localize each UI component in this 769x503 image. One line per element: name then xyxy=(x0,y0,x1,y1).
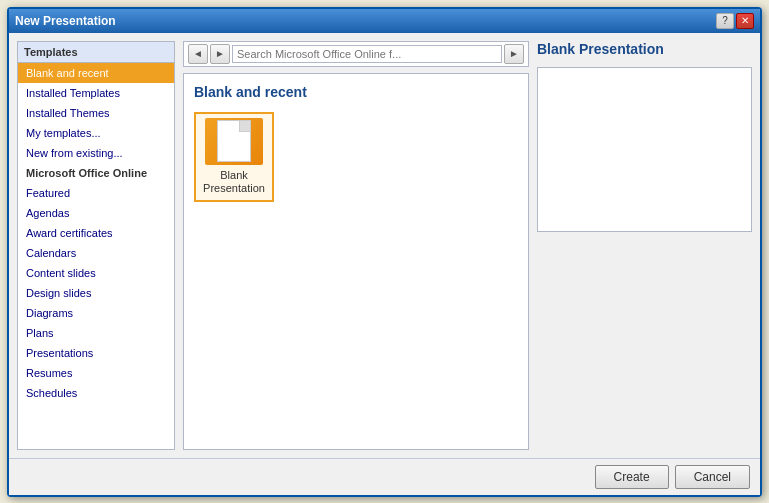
template-icon xyxy=(205,118,263,166)
sidebar-item-presentations[interactable]: Presentations xyxy=(18,343,174,363)
sidebar-item-content-slides[interactable]: Content slides xyxy=(18,263,174,283)
help-button[interactable]: ? xyxy=(716,13,734,29)
middle-panel: ◄ ► ► Blank and recent Blank Presentatio… xyxy=(183,41,529,450)
blank-presentation-item[interactable]: Blank Presentation xyxy=(194,112,274,202)
nav-list: Blank and recentInstalled TemplatesInsta… xyxy=(18,63,174,449)
sidebar-item-microsoft-office-online[interactable]: Microsoft Office Online xyxy=(18,163,174,183)
dialog-footer: Create Cancel xyxy=(9,458,760,495)
sidebar-item-resumes[interactable]: Resumes xyxy=(18,363,174,383)
template-label: Blank Presentation xyxy=(200,169,268,195)
preview-title: Blank Presentation xyxy=(537,41,752,57)
sidebar-item-featured[interactable]: Featured xyxy=(18,183,174,203)
sidebar-item-design-slides[interactable]: Design slides xyxy=(18,283,174,303)
sidebar-item-my-templates[interactable]: My templates... xyxy=(18,123,174,143)
sidebar-item-blank-recent[interactable]: Blank and recent xyxy=(18,63,174,83)
new-presentation-dialog: New Presentation ? ✕ Templates Blank and… xyxy=(7,7,762,497)
close-button[interactable]: ✕ xyxy=(736,13,754,29)
right-panel: Blank Presentation xyxy=(537,41,752,450)
create-button[interactable]: Create xyxy=(595,465,669,489)
sidebar-item-installed-themes[interactable]: Installed Themes xyxy=(18,103,174,123)
search-input[interactable] xyxy=(232,45,502,63)
search-go-button[interactable]: ► xyxy=(504,44,524,64)
cancel-button[interactable]: Cancel xyxy=(675,465,750,489)
sidebar-item-agendas[interactable]: Agendas xyxy=(18,203,174,223)
forward-button[interactable]: ► xyxy=(210,44,230,64)
sidebar-item-diagrams[interactable]: Diagrams xyxy=(18,303,174,323)
template-grid: Blank Presentation xyxy=(194,112,518,202)
doc-shape xyxy=(217,120,251,162)
sidebar-item-new-from-existing[interactable]: New from existing... xyxy=(18,143,174,163)
sidebar-item-installed-templates[interactable]: Installed Templates xyxy=(18,83,174,103)
title-bar-controls: ? ✕ xyxy=(716,13,754,29)
back-button[interactable]: ◄ xyxy=(188,44,208,64)
search-input-wrap xyxy=(232,45,502,63)
content-area: Blank and recent Blank Presentation xyxy=(183,73,529,450)
sidebar-item-calendars[interactable]: Calendars xyxy=(18,243,174,263)
search-bar: ◄ ► ► xyxy=(183,41,529,67)
sidebar-item-schedules[interactable]: Schedules xyxy=(18,383,174,403)
dialog-title: New Presentation xyxy=(15,14,116,28)
left-panel: Templates Blank and recentInstalled Temp… xyxy=(17,41,175,450)
preview-area xyxy=(537,67,752,232)
left-panel-header: Templates xyxy=(18,42,174,63)
sidebar-item-award-certificates[interactable]: Award certificates xyxy=(18,223,174,243)
title-bar: New Presentation ? ✕ xyxy=(9,9,760,33)
dialog-body: Templates Blank and recentInstalled Temp… xyxy=(9,33,760,458)
content-area-header: Blank and recent xyxy=(194,84,518,100)
sidebar-item-plans[interactable]: Plans xyxy=(18,323,174,343)
